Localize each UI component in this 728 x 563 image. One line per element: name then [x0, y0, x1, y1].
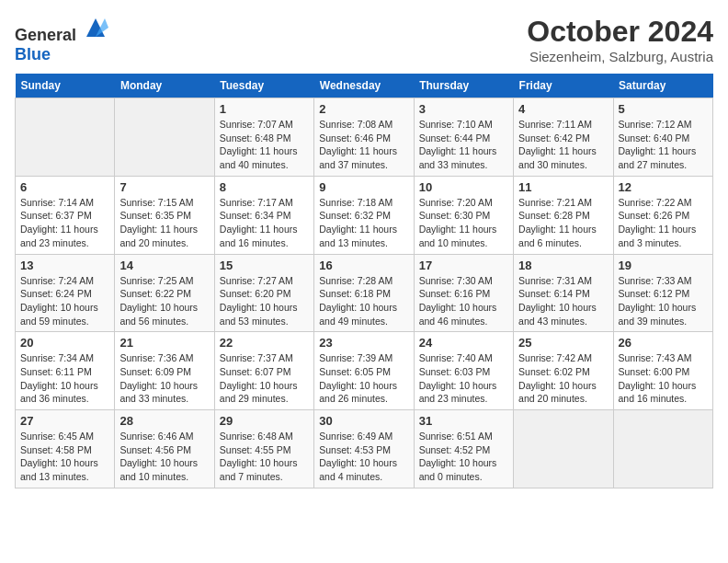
logo: General Blue — [15, 15, 108, 64]
day-number: 9 — [319, 180, 408, 194]
calendar-cell: 22Sunrise: 7:37 AMSunset: 6:07 PMDayligh… — [214, 332, 313, 410]
calendar-cell: 5Sunrise: 7:12 AMSunset: 6:40 PMDaylight… — [613, 98, 712, 177]
day-detail: Sunrise: 7:07 AMSunset: 6:48 PMDaylight:… — [220, 118, 309, 172]
calendar-cell — [514, 410, 613, 488]
calendar-cell: 12Sunrise: 7:22 AMSunset: 6:26 PMDayligh… — [613, 176, 712, 254]
day-number: 31 — [419, 414, 508, 428]
day-detail: Sunrise: 7:36 AMSunset: 6:09 PMDaylight:… — [119, 351, 209, 406]
day-number: 27 — [20, 414, 109, 428]
day-detail: Sunrise: 6:46 AMSunset: 4:56 PMDaylight:… — [119, 430, 209, 484]
logo-icon — [83, 15, 108, 40]
day-number: 3 — [419, 102, 508, 116]
calendar-week-5: 27Sunrise: 6:45 AMSunset: 4:58 PMDayligh… — [16, 410, 713, 488]
calendar-cell: 13Sunrise: 7:24 AMSunset: 6:24 PMDayligh… — [16, 254, 115, 332]
day-number: 7 — [119, 180, 209, 194]
calendar-cell: 28Sunrise: 6:46 AMSunset: 4:56 PMDayligh… — [115, 410, 214, 488]
day-number: 23 — [319, 336, 408, 350]
day-detail: Sunrise: 7:27 AMSunset: 6:20 PMDaylight:… — [220, 274, 309, 328]
day-detail: Sunrise: 7:25 AMSunset: 6:22 PMDaylight:… — [119, 274, 209, 328]
day-detail: Sunrise: 7:21 AMSunset: 6:28 PMDaylight:… — [518, 196, 608, 250]
calendar-cell: 23Sunrise: 7:39 AMSunset: 6:05 PMDayligh… — [314, 332, 414, 410]
day-detail: Sunrise: 7:42 AMSunset: 6:02 PMDaylight:… — [518, 351, 608, 406]
day-number: 16 — [319, 259, 408, 272]
day-number: 29 — [220, 414, 309, 428]
calendar-cell: 15Sunrise: 7:27 AMSunset: 6:20 PMDayligh… — [214, 254, 313, 332]
calendar-cell: 6Sunrise: 7:14 AMSunset: 6:37 PMDaylight… — [16, 176, 115, 254]
calendar-cell: 10Sunrise: 7:20 AMSunset: 6:30 PMDayligh… — [414, 176, 513, 254]
calendar-cell: 30Sunrise: 6:49 AMSunset: 4:53 PMDayligh… — [314, 410, 414, 488]
day-detail: Sunrise: 7:30 AMSunset: 6:16 PMDaylight:… — [419, 274, 508, 328]
day-detail: Sunrise: 7:40 AMSunset: 6:03 PMDaylight:… — [419, 351, 508, 406]
day-number: 13 — [20, 259, 109, 272]
calendar-cell: 21Sunrise: 7:36 AMSunset: 6:09 PMDayligh… — [115, 332, 214, 410]
weekday-header-wednesday: Wednesday — [314, 74, 414, 98]
calendar-cell: 2Sunrise: 7:08 AMSunset: 6:46 PMDaylight… — [314, 98, 414, 177]
calendar-cell: 9Sunrise: 7:18 AMSunset: 6:32 PMDaylight… — [314, 176, 414, 254]
day-detail: Sunrise: 7:39 AMSunset: 6:05 PMDaylight:… — [319, 351, 408, 406]
calendar-cell: 27Sunrise: 6:45 AMSunset: 4:58 PMDayligh… — [16, 410, 115, 488]
day-detail: Sunrise: 6:49 AMSunset: 4:53 PMDaylight:… — [319, 430, 408, 484]
calendar-cell: 29Sunrise: 6:48 AMSunset: 4:55 PMDayligh… — [214, 410, 313, 488]
calendar-cell: 19Sunrise: 7:33 AMSunset: 6:12 PMDayligh… — [613, 254, 712, 332]
day-detail: Sunrise: 7:15 AMSunset: 6:35 PMDaylight:… — [119, 196, 209, 250]
day-detail: Sunrise: 7:37 AMSunset: 6:07 PMDaylight:… — [220, 351, 309, 406]
day-number: 22 — [220, 336, 309, 350]
calendar-cell: 14Sunrise: 7:25 AMSunset: 6:22 PMDayligh… — [115, 254, 214, 332]
location-title: Siezenheim, Salzburg, Austria — [527, 49, 713, 64]
calendar-cell: 26Sunrise: 7:43 AMSunset: 6:00 PMDayligh… — [613, 332, 712, 410]
weekday-header-row: SundayMondayTuesdayWednesdayThursdayFrid… — [16, 74, 713, 98]
calendar-week-2: 6Sunrise: 7:14 AMSunset: 6:37 PMDaylight… — [16, 176, 713, 254]
day-detail: Sunrise: 7:31 AMSunset: 6:14 PMDaylight:… — [518, 274, 608, 328]
day-number: 11 — [518, 180, 608, 194]
day-number: 14 — [119, 259, 209, 272]
day-number: 12 — [619, 180, 708, 194]
calendar-week-3: 13Sunrise: 7:24 AMSunset: 6:24 PMDayligh… — [16, 254, 713, 332]
weekday-header-saturday: Saturday — [613, 74, 712, 98]
calendar-cell: 8Sunrise: 7:17 AMSunset: 6:34 PMDaylight… — [214, 176, 313, 254]
day-detail: Sunrise: 7:10 AMSunset: 6:44 PMDaylight:… — [419, 118, 508, 172]
day-detail: Sunrise: 6:48 AMSunset: 4:55 PMDaylight:… — [220, 430, 309, 484]
day-detail: Sunrise: 6:51 AMSunset: 4:52 PMDaylight:… — [419, 430, 508, 484]
calendar-cell — [613, 410, 712, 488]
day-number: 15 — [220, 259, 309, 272]
weekday-header-sunday: Sunday — [16, 74, 115, 98]
calendar-cell — [115, 98, 214, 177]
day-number: 2 — [319, 102, 408, 116]
calendar-cell: 11Sunrise: 7:21 AMSunset: 6:28 PMDayligh… — [514, 176, 613, 254]
page-header: General Blue October 2024 Siezenheim, Sa… — [15, 15, 713, 64]
day-number: 20 — [20, 336, 109, 350]
calendar-week-4: 20Sunrise: 7:34 AMSunset: 6:11 PMDayligh… — [16, 332, 713, 410]
weekday-header-friday: Friday — [514, 74, 613, 98]
logo-general: General — [15, 26, 76, 44]
day-detail: Sunrise: 7:22 AMSunset: 6:26 PMDaylight:… — [619, 196, 708, 250]
day-number: 10 — [419, 180, 508, 194]
day-number: 30 — [319, 414, 408, 428]
calendar-cell: 1Sunrise: 7:07 AMSunset: 6:48 PMDaylight… — [214, 98, 313, 177]
day-number: 8 — [220, 180, 309, 194]
day-number: 25 — [518, 336, 608, 350]
day-detail: Sunrise: 7:11 AMSunset: 6:42 PMDaylight:… — [518, 118, 608, 172]
title-section: October 2024 Siezenheim, Salzburg, Austr… — [527, 15, 713, 64]
calendar-cell: 20Sunrise: 7:34 AMSunset: 6:11 PMDayligh… — [16, 332, 115, 410]
weekday-header-tuesday: Tuesday — [214, 74, 313, 98]
calendar-table: SundayMondayTuesdayWednesdayThursdayFrid… — [15, 74, 713, 488]
day-detail: Sunrise: 7:34 AMSunset: 6:11 PMDaylight:… — [20, 351, 109, 406]
calendar-cell: 24Sunrise: 7:40 AMSunset: 6:03 PMDayligh… — [414, 332, 513, 410]
day-detail: Sunrise: 7:12 AMSunset: 6:40 PMDaylight:… — [619, 118, 708, 172]
day-number: 26 — [619, 336, 708, 350]
calendar-cell: 18Sunrise: 7:31 AMSunset: 6:14 PMDayligh… — [514, 254, 613, 332]
calendar-cell — [16, 98, 115, 177]
day-number: 6 — [20, 180, 109, 194]
day-detail: Sunrise: 7:18 AMSunset: 6:32 PMDaylight:… — [319, 196, 408, 250]
day-detail: Sunrise: 7:33 AMSunset: 6:12 PMDaylight:… — [619, 274, 708, 328]
day-detail: Sunrise: 6:45 AMSunset: 4:58 PMDaylight:… — [20, 430, 109, 484]
day-number: 4 — [518, 102, 608, 116]
calendar-cell: 25Sunrise: 7:42 AMSunset: 6:02 PMDayligh… — [514, 332, 613, 410]
calendar-cell: 4Sunrise: 7:11 AMSunset: 6:42 PMDaylight… — [514, 98, 613, 177]
calendar-cell: 17Sunrise: 7:30 AMSunset: 6:16 PMDayligh… — [414, 254, 513, 332]
weekday-header-monday: Monday — [115, 74, 214, 98]
day-detail: Sunrise: 7:20 AMSunset: 6:30 PMDaylight:… — [419, 196, 508, 250]
month-title: October 2024 — [527, 15, 713, 49]
calendar-cell: 3Sunrise: 7:10 AMSunset: 6:44 PMDaylight… — [414, 98, 513, 177]
calendar-cell: 31Sunrise: 6:51 AMSunset: 4:52 PMDayligh… — [414, 410, 513, 488]
